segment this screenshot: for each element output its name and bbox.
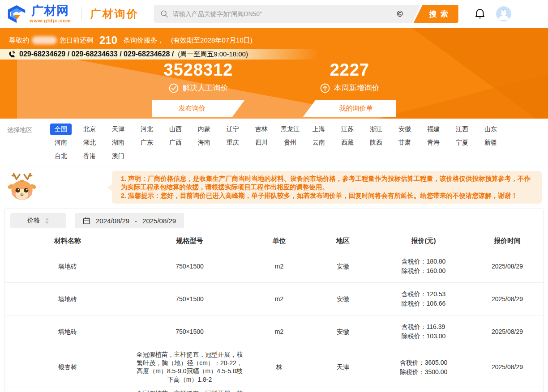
materials-table: 材料名称 规格型号 单位 地区 报价(元) 报价时间 墙地砖 750×1500 … [5,232,544,392]
region-item[interactable]: 陕西 [365,137,387,149]
publish-inquiry-button[interactable]: 发布询价 [152,100,245,117]
th-unit: 单位 [249,232,309,250]
tax-price: 180.80 [427,258,446,265]
region-item[interactable]: 澳门 [107,150,129,162]
region-row: 台北 香港 澳门 [47,150,505,162]
cell-material-name: 墙地砖 [5,315,130,348]
region-item[interactable]: 河北 [136,124,158,135]
search-input[interactable] [173,10,393,17]
validity-text: (有效期至2028年07月10日) [171,36,253,45]
region-item[interactable]: 贵州 [279,137,301,149]
region-item[interactable]: 内蒙 [193,124,215,135]
cell-region: 安徽 [309,315,377,348]
cell-material-name: 银杏树 [5,348,130,387]
phone-icon [8,51,15,58]
with-tax-label: 含税价： [402,290,427,298]
region-item[interactable]: 海南 [193,137,215,149]
th-date: 报价时间 [471,232,544,250]
cell-unit: m2 [249,283,309,315]
net-price: 160.00 [427,267,446,274]
region-item[interactable]: 山东 [480,124,501,135]
region-rows: 全国 北京 天津 河北 山西 内蒙 辽宁 吉林 黑龙江 上海 江苏 浙江 安徽 … [47,123,505,163]
logo-name: 广材网 [31,5,69,17]
cell-region: 天津 [309,348,377,387]
with-tax-label: 含税价： [402,323,427,330]
content-area: 价格 2024/08/29 - 2025/08/29 [0,208,548,392]
search-field: © [154,5,421,23]
region-item[interactable]: 青海 [423,137,444,149]
region-item[interactable]: 河南 [50,137,72,149]
table-header-row: 材料名称 规格型号 单位 地区 报价(元) 报价时间 [5,232,544,250]
region-item[interactable]: 重庆 [222,137,244,149]
date-to: 2025/08/29 [142,217,176,225]
greeting-prefix: 尊敬的 [9,36,29,45]
cell-date: 2025/08/29 [471,348,544,387]
region-item[interactable]: 吉林 [251,124,272,135]
cell-spec: 750×1500 [130,250,249,283]
region-item[interactable]: 广东 [136,137,158,149]
cell-date: 2025/08/29 [471,283,544,315]
region-item[interactable]: 福建 [423,124,444,135]
page: 广材网 www.gldjc.com 广材询价 © 搜索 [0,0,548,392]
filterbar: 价格 2024/08/29 - 2025/08/29 [5,209,543,232]
region-item[interactable]: 辽宁 [222,124,244,135]
without-tax-label: 除税价： [402,267,427,274]
with-tax-label: 含税价： [402,258,427,265]
user-avatar[interactable] [496,6,511,21]
table-row: 墙地砖 750×1500 m2 安徽 含税价：116.39 除税价：103.00… [5,315,544,348]
region-item[interactable]: 广西 [165,137,186,149]
my-inquiries-button[interactable]: 我的询价单 [303,100,396,117]
cell-date: 2025/08/29 [471,315,544,348]
region-item[interactable]: 云南 [308,137,330,149]
region-item[interactable]: 安徽 [394,124,415,135]
without-tax-label: 除税价： [402,300,427,307]
stat-new-value: 2227 [330,60,370,80]
region-item[interactable]: 西藏 [337,137,358,149]
region-item[interactable]: 新疆 [480,137,501,149]
region-item[interactable]: 江苏 [337,124,358,135]
cell-region: 天津 [309,387,377,392]
copyright-icon[interactable]: © [397,9,402,19]
table-row: 银杏树 全冠假植苗，主杆挺直，冠型开展，枝繁叶茂，胸（地）径（cm）：20-22… [5,348,544,387]
divider [81,7,81,21]
tax-price: 3605.00 [425,359,448,366]
searchbar: © 搜索 [154,5,458,23]
region-item[interactable]: 黑龙江 [276,124,304,135]
site-logo[interactable]: 广材网 www.gldjc.com [7,4,71,23]
cell-spec: 750×1500 [130,315,249,348]
notice-line-2: 2. 温馨提示：您好，目前询价已进入高峰期，单子排队较多，如若发布询价单，回复时… [121,192,533,200]
price-sort-button[interactable]: 价格 [10,213,66,228]
region-item[interactable]: 上海 [308,124,330,135]
region-item[interactable]: 山西 [165,124,186,135]
region-item[interactable]: 北京 [79,124,100,135]
search-button[interactable]: 搜索 [414,5,458,23]
region-item[interactable]: 台北 [50,150,72,162]
region-item[interactable]: 天津 [107,124,129,135]
greeting-line: 尊敬的 您目前还剩 210 条询价服务， (有效期至2028年07月10日) [0,28,548,47]
region-item[interactable]: 湖南 [107,137,129,149]
region-item[interactable]: 浙江 [365,124,387,135]
region-item[interactable]: 香港 [79,150,100,162]
region-item[interactable]: 宁夏 [451,137,473,149]
cell-material-name: 墙地砖 [5,250,130,283]
cell-price: 含税价：120.53 除税价：106.66 [377,283,471,315]
date-range-picker[interactable]: 2024/08/29 - 2025/08/29 [75,213,184,228]
net-price: 3500.00 [425,368,448,375]
bell-icon [475,8,485,20]
spec-text: 全冠假植苗，主杆挺直，冠型开展，枝繁叶茂，胸（地）径（cm）：20-22，高度（… [134,350,245,383]
notification-bell[interactable] [475,8,485,20]
cell-price: 含税价：116.39 除税价：103.00 [377,315,471,348]
stat-solved-label-row: 解决人工询价 [169,83,228,93]
remaining-count: 210 [99,34,117,47]
cell-date: 2025/08/29 [471,250,544,283]
net-price: 106.66 [427,300,446,307]
region-item-all[interactable]: 全国 [50,124,72,135]
region-item[interactable]: 湖北 [79,137,100,149]
check-circle-icon [169,83,179,93]
region-item[interactable]: 江西 [451,124,473,135]
avatar-icon [496,6,511,21]
region-item[interactable]: 四川 [251,137,272,149]
region-item[interactable]: 甘肃 [394,137,415,149]
blurred-username [32,36,57,44]
date-separator: - [135,217,137,225]
